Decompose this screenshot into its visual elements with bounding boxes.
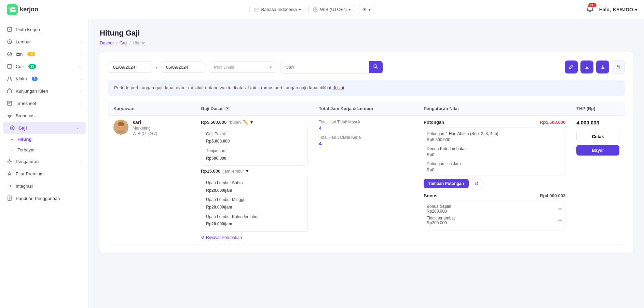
user-menu[interactable]: Halo, KERJOO (599, 7, 637, 12)
upah-sabtu-val: Rp20.000/jam (206, 187, 303, 195)
gaji-main-amount: Rp5.500.000 (201, 120, 227, 125)
svg-point-13 (9, 161, 11, 162)
sidebar-item-panduan[interactable]: Panduan Penggunaan (0, 192, 88, 204)
cetak-button[interactable]: Cetak (576, 131, 619, 142)
sidebar-item-kunjungan-klien[interactable]: Kunjungan Klien › (0, 85, 88, 97)
history-label: Riwayat Perubahan (206, 235, 242, 240)
overtime-breakdown: Upah Lembur Sabtu Rp20.000/jam Upah Lemb… (201, 176, 308, 232)
bonus-terlambat-edit[interactable]: ✏ (558, 218, 562, 223)
tunjangan-label: Tunjangan (206, 147, 303, 155)
divisi-select[interactable]: Pilih Divisi ▾ (209, 62, 277, 73)
sidebar-item-lembur[interactable]: Lembur › (0, 36, 88, 48)
sidebar-label-cuti: Cuti (16, 64, 24, 69)
overtime-toggle[interactable]: Rp15.000/jam lembur ▾ (201, 169, 308, 174)
jam-kerja-cell: Total Hari Tidak Masuk 4 Total Hari Jadw… (313, 115, 418, 244)
potongan-total: Rp5.500.000 (540, 120, 565, 125)
bayar-button[interactable]: Bayar (576, 145, 619, 156)
sidebar-sub-terbayar[interactable]: – Terbayar (11, 145, 88, 155)
sidebar-label-izin: Izin (16, 52, 23, 57)
sidebar-item-pengaturan[interactable]: Pengaturan › (0, 155, 88, 168)
employee-cell: sari Marketing WIB (UTC+7) (108, 115, 195, 244)
search-input[interactable] (281, 62, 369, 72)
sidebar-sub-hitung[interactable]: – Hitung (11, 134, 88, 145)
salary-breakdown: Gaji Pokok Rp5.000.000 Tunjangan Rp500.0… (201, 127, 308, 166)
language-selector[interactable]: Bahasa Indonesia (249, 5, 305, 14)
timesheet-chevron: › (80, 101, 82, 105)
theme-selector[interactable]: ☀ (358, 5, 375, 14)
sidebar-item-broadcast[interactable]: Broadcast (0, 109, 88, 122)
bonus-item-displin: Bonus displin Rp200.000 ✏ (427, 204, 562, 214)
overtime-expand-icon: ▾ (246, 169, 248, 174)
edit-button[interactable] (565, 61, 578, 73)
gaji-submenu: – Hitung – Terbayar (0, 134, 88, 155)
date-to-input[interactable] (161, 62, 205, 73)
sidebar-item-cuti[interactable]: Cuti 13 › (0, 60, 88, 72)
svg-point-11 (9, 117, 10, 118)
search-wrap (280, 61, 383, 73)
salary-main-toggle[interactable]: Rp5.500.000/bulan ✏️ ▾ (201, 120, 308, 125)
notification-button[interactable]: 99+ (586, 5, 594, 14)
employee-department: Marketing (133, 126, 157, 131)
gaji-pokok-label: Gaji Pokok (206, 131, 303, 138)
info-note-link[interactable]: di sini (333, 85, 344, 90)
breadcrumb-dasbor[interactable]: Dasbor (100, 40, 114, 45)
timezone-chevron (349, 7, 351, 12)
sidebar-item-fitur-premium[interactable]: Fitur Premium (0, 168, 88, 180)
sidebar-sub-label-hitung: Hitung (17, 137, 31, 142)
download-button-2[interactable] (596, 61, 609, 73)
app-logo[interactable]: kerjoo (7, 4, 38, 15)
sidebar-item-klaim[interactable]: Klaim 2 › (0, 72, 88, 85)
sidebar-item-timesheet[interactable]: Timesheet › (0, 97, 88, 109)
upah-libur-label: Upah Lembur Kalender Libur (206, 213, 303, 221)
download-button-1[interactable] (580, 61, 593, 73)
thp-value: 4.000.003 (576, 120, 619, 125)
sidebar-label-integrasi: Integrasi (16, 184, 33, 189)
divisi-chevron: ▾ (270, 65, 272, 70)
bonus-total: Rp4.000.003 (540, 193, 565, 198)
lock-button[interactable] (612, 61, 625, 73)
sidebar-label-klaim: Klaim (16, 76, 27, 81)
deduct-name-denda: Denda Keterlambatan (427, 146, 562, 152)
izin-badge: 50 (27, 52, 35, 56)
work-info: Total Hari Tidak Masuk 4 Total Hari Jadw… (319, 120, 413, 146)
sidebar-item-izin[interactable]: Izin 50 › (0, 48, 88, 60)
cuti-badge: 13 (28, 64, 36, 69)
gaji-dasar-help[interactable]: ? (224, 106, 230, 111)
svg-rect-2 (254, 8, 259, 11)
breadcrumb-hitung: Hitung (133, 40, 146, 45)
sidebar-label-timesheet: Timesheet (16, 101, 36, 106)
salary-table: Karyawan Gaji Dasar ? Total Jam Kerja & … (108, 102, 625, 244)
sidebar-label-fitur-premium: Fitur Premium (16, 171, 44, 176)
page-title: Hitung Gaji (100, 29, 633, 38)
reset-potongan-button[interactable]: ↺ (471, 178, 482, 189)
employee-name: sari (133, 120, 157, 125)
history-link[interactable]: ↺ Riwayat Perubahan (201, 235, 308, 240)
tunjangan-val: Rp500.000 (206, 155, 303, 162)
deduct-val-denda: Rp0 (427, 152, 562, 158)
bonus-terlambat-name: Tidak terlambat (427, 216, 455, 220)
logo-text: kerjoo (20, 6, 38, 13)
potongan-title: Potongan (424, 120, 444, 125)
bonus-displin-edit[interactable]: ✏ (558, 206, 562, 212)
date-from-input[interactable] (108, 62, 152, 73)
breadcrumb: Dasbor / Gaji / Hitung (100, 40, 633, 45)
sidebar-sub-label-terbayar: Terbayar (17, 147, 35, 152)
date-separator: - (156, 64, 157, 70)
bonus-displin-info: Bonus displin Rp200.000 (427, 204, 451, 214)
timezone-selector[interactable]: WIB (UTC+7) (308, 5, 355, 14)
action-buttons (565, 61, 625, 73)
bonus-header: Bonus Rp4.000.003 (424, 193, 565, 198)
sidebar-item-gaji[interactable]: Gaji ⌄ (3, 122, 86, 134)
add-potongan-button[interactable]: Tambah Potongan (424, 179, 469, 188)
user-name: KERJOO (613, 7, 633, 12)
upah-libur-val: Rp20.000/jam (206, 220, 303, 228)
divisi-placeholder: Pilih Divisi (214, 65, 234, 70)
search-button[interactable] (369, 61, 383, 73)
deduct-item-absen: Potongan 4 Hari Absen (Sep: 2, 3, 4, 5) … (427, 131, 562, 143)
thp-actions: Cetak Bayar (576, 131, 619, 156)
sidebar-item-pintu-kerjoo[interactable]: Pintu Kerjoo (0, 23, 88, 36)
breadcrumb-gaji[interactable]: Gaji (120, 40, 127, 45)
info-note: Periode perhitungan gaji dapat diatur me… (108, 80, 625, 96)
sidebar-label-pintu-kerjoo: Pintu Kerjoo (16, 27, 40, 32)
sidebar-item-integrasi[interactable]: Integrasi (0, 180, 88, 192)
